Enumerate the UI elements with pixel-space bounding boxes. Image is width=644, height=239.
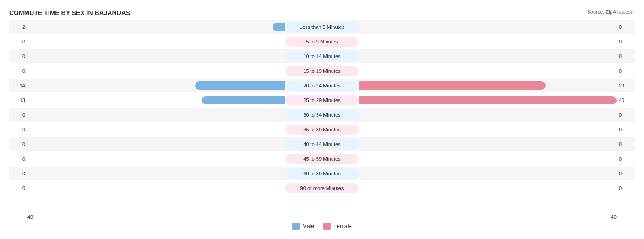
right-bar-container <box>359 81 617 91</box>
female-bar <box>359 81 546 90</box>
legend-male: Male <box>292 223 314 230</box>
left-bar-container <box>27 22 285 32</box>
female-value: 0 <box>617 24 635 30</box>
bar-label: 5 to 9 Minutes <box>285 37 359 47</box>
left-bar-container <box>27 95 285 105</box>
chart-row: 05 to 9 Minutes0 <box>9 35 635 49</box>
male-value: 2 <box>9 24 27 30</box>
legend-male-label: Male <box>302 223 314 229</box>
right-bar-container <box>359 110 617 120</box>
bar-pair: 45 to 59 Minutes <box>27 154 617 164</box>
bar-center: 25 to 29 Minutes <box>27 93 617 107</box>
bar-center: 40 to 44 Minutes <box>27 137 617 151</box>
right-bar-container <box>359 139 617 149</box>
right-bar-container <box>359 51 617 61</box>
bar-center: 15 to 19 Minutes <box>27 64 617 78</box>
bar-label: 60 to 89 Minutes <box>285 168 359 179</box>
axis-right-label: 40 <box>611 214 617 220</box>
bar-pair: 40 to 44 Minutes <box>27 139 617 149</box>
male-value: 0 <box>9 39 27 44</box>
male-bar <box>202 96 285 104</box>
male-value: 0 <box>9 127 27 132</box>
bar-pair: 90 or more Minutes <box>27 183 617 193</box>
left-bar-container <box>27 183 285 193</box>
male-value: 0 <box>9 185 27 191</box>
male-bar <box>195 81 285 90</box>
bar-pair: 60 to 89 Minutes <box>27 168 617 179</box>
female-value: 0 <box>617 141 635 147</box>
source-text: Source: ZipAtlas.com <box>587 9 635 15</box>
axis-labels: 40 40 <box>9 214 635 220</box>
bar-label: 30 to 34 Minutes <box>285 110 359 120</box>
female-value: 0 <box>617 185 635 191</box>
left-bar-container <box>27 168 285 179</box>
left-bar-container <box>27 37 285 47</box>
female-value: 29 <box>617 83 635 88</box>
right-bar-container <box>359 95 617 105</box>
female-value: 0 <box>617 54 635 59</box>
male-bar <box>273 23 285 31</box>
right-bar-container <box>359 125 617 135</box>
male-value: 13 <box>9 98 27 103</box>
bar-pair: 35 to 39 Minutes <box>27 125 617 135</box>
chart-row: 090 or more Minutes0 <box>9 181 635 195</box>
chart-row: 040 to 44 Minutes0 <box>9 137 635 151</box>
bar-label: 10 to 14 Minutes <box>285 51 359 61</box>
male-value: 0 <box>9 112 27 118</box>
bar-center: 45 to 59 Minutes <box>27 152 617 166</box>
bar-center: 5 to 9 Minutes <box>27 35 617 49</box>
chart-container: COMMUTE TIME BY SEX IN BAJANDAS Source: … <box>0 0 644 239</box>
bar-center: 10 to 14 Minutes <box>27 49 617 63</box>
bar-center: 35 to 39 Minutes <box>27 123 617 136</box>
male-value: 0 <box>9 171 27 176</box>
bar-label: 25 to 29 Minutes <box>285 95 359 105</box>
bar-center: Less than 5 Minutes <box>27 20 617 34</box>
bar-pair: 25 to 29 Minutes <box>27 95 617 105</box>
chart-row: 1420 to 24 Minutes29 <box>9 79 635 92</box>
left-bar-container <box>27 81 285 91</box>
bar-label: Less than 5 Minutes <box>285 22 359 32</box>
bar-label: 90 or more Minutes <box>285 183 359 193</box>
chart-row: 030 to 34 Minutes0 <box>9 108 635 122</box>
male-value: 0 <box>9 54 27 59</box>
female-value: 0 <box>617 156 635 162</box>
chart-row: 015 to 19 Minutes0 <box>9 64 635 78</box>
male-value: 0 <box>9 68 27 74</box>
chart-row: 1325 to 29 Minutes40 <box>9 93 635 107</box>
right-bar-container <box>359 22 617 32</box>
chart-title: COMMUTE TIME BY SEX IN BAJANDAS <box>9 9 635 16</box>
bar-center: 30 to 34 Minutes <box>27 108 617 122</box>
right-bar-container <box>359 37 617 47</box>
female-value: 0 <box>617 112 635 118</box>
female-value: 0 <box>617 39 635 44</box>
female-bar <box>359 96 617 104</box>
bar-label: 35 to 39 Minutes <box>285 125 359 135</box>
male-value: 0 <box>9 156 27 162</box>
bar-center: 60 to 89 Minutes <box>27 167 617 180</box>
female-value: 40 <box>617 98 635 103</box>
legend-female: Female <box>323 223 352 230</box>
bar-center: 20 to 24 Minutes <box>27 79 617 92</box>
bar-label: 40 to 44 Minutes <box>285 139 359 149</box>
chart-row: 2Less than 5 Minutes0 <box>9 20 635 34</box>
right-bar-container <box>359 183 617 193</box>
axis-left-label: 40 <box>27 214 33 220</box>
female-value: 0 <box>617 68 635 74</box>
chart-row: 060 to 89 Minutes0 <box>9 167 635 180</box>
chart-row: 035 to 39 Minutes0 <box>9 123 635 136</box>
bar-pair: 20 to 24 Minutes <box>27 81 617 91</box>
female-value: 0 <box>617 127 635 132</box>
left-bar-container <box>27 154 285 164</box>
right-bar-container <box>359 154 617 164</box>
bar-label: 15 to 19 Minutes <box>285 66 359 76</box>
left-bar-container <box>27 125 285 135</box>
female-value: 0 <box>617 171 635 176</box>
chart-row: 010 to 14 Minutes0 <box>9 49 635 63</box>
bar-label: 20 to 24 Minutes <box>285 81 359 91</box>
bar-label: 45 to 59 Minutes <box>285 154 359 164</box>
right-bar-container <box>359 168 617 179</box>
legend-female-icon <box>323 223 331 230</box>
bar-center: 90 or more Minutes <box>27 181 617 195</box>
chart-area: 2Less than 5 Minutes005 to 9 Minutes0010… <box>9 20 635 212</box>
right-bar-container <box>359 66 617 76</box>
